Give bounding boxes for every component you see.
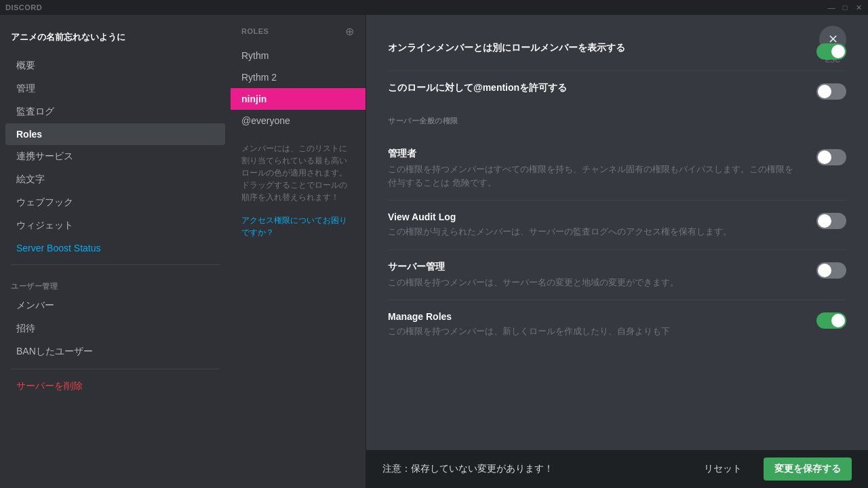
top-toggles: オンラインメンバーとは別にロールメンバーを表示する このロールに対して@ment… [388, 31, 846, 116]
sidebar-divider-2 [11, 369, 220, 369]
manage-server-toggle[interactable] [816, 262, 846, 279]
close-button[interactable]: ✕ [854, 3, 863, 12]
administrator-thumb [818, 150, 831, 164]
mention-name: このロールに対して@mentionを許可する [388, 82, 800, 94]
sidebar-item-webhooks[interactable]: ウェブフック [5, 191, 225, 214]
mention-track[interactable] [816, 83, 846, 100]
sidebar-item-overview[interactable]: 概要 [5, 54, 225, 77]
permission-administrator: 管理者 この権限を持つメンバーはすべての権限を持ち、チャンネル固有の権限もバイパ… [388, 137, 846, 201]
online-members-info: オンラインメンバーとは別にロールメンバーを表示する [388, 42, 816, 57]
roles-description: メンバーには、このリストに割り当てられている最も高いロールの色が適用されます。ド… [231, 131, 366, 214]
online-members-name: オンラインメンバーとは別にロールメンバーを表示する [388, 42, 800, 54]
roles-help-link[interactable]: アクセス権限についてお困りですか？ [231, 214, 366, 239]
administrator-info: 管理者 この権限を持つメンバーはすべての権限を持ち、チャンネル固有の権限もバイパ… [388, 148, 816, 189]
manage-roles-desc: この権限を持つメンバーは、新しくロールを作成したり、自身よりも下 [388, 325, 800, 338]
manage-server-name: サーバー管理 [388, 261, 800, 273]
notification-bar: 注意：保存していない変更があります！ リセット 変更を保存する [366, 450, 868, 488]
sidebar-item-roles[interactable]: Roles [5, 123, 225, 145]
window-controls[interactable]: — □ ✕ [827, 3, 863, 12]
mention-toggle-item: このロールに対して@mentionを許可する [388, 71, 846, 110]
sidebar-item-widgets[interactable]: ウィジェット [5, 214, 225, 237]
manage-roles-name: Manage Roles [388, 311, 800, 322]
maximize-button[interactable]: □ [841, 3, 849, 12]
permission-audit-log: View Audit Log この権限が与えられたメンバーは、サーバーの監査ログ… [388, 201, 846, 250]
mention-toggle[interactable] [816, 83, 846, 100]
sidebar-item-invites[interactable]: 招待 [5, 317, 225, 340]
manage-roles-thumb [831, 314, 845, 327]
audit-log-info: View Audit Log この権限が与えられたメンバーは、サーバーの監査ログ… [388, 211, 816, 239]
minimize-button[interactable]: — [827, 3, 835, 12]
app-title: DISCORD [5, 3, 42, 12]
titlebar: DISCORD — □ ✕ [0, 0, 868, 15]
content-area: ✕ ESC オンラインメンバーとは別にロールメンバーを表示する [366, 15, 868, 488]
audit-log-desc: この権限が与えられたメンバーは、サーバーの監査ログへのアクセス権を保有します。 [388, 225, 800, 239]
audit-log-thumb [818, 214, 831, 228]
online-members-thumb [831, 45, 845, 58]
audit-log-track[interactable] [816, 213, 846, 229]
user-management-header: ユーザー管理 [0, 270, 231, 294]
role-item-rythm2[interactable]: Rythm 2 [231, 66, 366, 88]
manage-roles-toggle[interactable] [816, 312, 846, 329]
manage-roles-track[interactable] [816, 312, 846, 329]
administrator-desc: この権限を持つメンバーはすべての権限を持ち、チャンネル固有の権限もバイパスします… [388, 163, 800, 189]
sidebar-item-moderation[interactable]: 管理 [5, 77, 225, 100]
sidebar-item-boost-status[interactable]: Server Boost Status [5, 237, 225, 259]
sidebar-item-members[interactable]: メンバー [5, 294, 225, 317]
roles-header: ROLES ⊕ [231, 26, 366, 45]
sidebar-item-delete-server[interactable]: サーバーを削除 [5, 375, 225, 398]
audit-log-toggle[interactable] [816, 213, 846, 229]
sidebar: アニメの名前忘れないように 概要 管理 監査ログ Roles 連携サービス 絵文… [0, 15, 231, 488]
administrator-name: 管理者 [388, 148, 800, 160]
manage-server-info: サーバー管理 この権限を持つメンバーは、サーバー名の変更と地域の変更ができます。 [388, 261, 816, 289]
online-members-toggle-item: オンラインメンバーとは別にロールメンバーを表示する [388, 31, 846, 71]
manage-server-desc: この権限を持つメンバーは、サーバー名の変更と地域の変更ができます。 [388, 276, 800, 289]
notification-text: 注意：保存していない変更があります！ [382, 463, 682, 475]
role-item-everyone[interactable]: @everyone [231, 110, 366, 131]
roles-panel: ROLES ⊕ Rythm Rythm 2 ninjin @everyone メ… [231, 15, 366, 488]
mention-thumb [818, 85, 831, 98]
permission-manage-server: サーバー管理 この権限を持つメンバーは、サーバー名の変更と地域の変更ができます。 [388, 250, 846, 301]
permission-manage-roles: Manage Roles この権限を持つメンバーは、新しくロールを作成したり、自… [388, 300, 846, 349]
reset-button[interactable]: リセット [693, 458, 753, 481]
online-members-track[interactable] [816, 43, 846, 60]
role-item-rythm[interactable]: Rythm [231, 45, 366, 66]
section-header: サーバー全般の権限 [388, 116, 846, 126]
audit-log-name: View Audit Log [388, 211, 800, 222]
sidebar-item-integrations[interactable]: 連携サービス [5, 145, 225, 168]
sidebar-item-audit-log[interactable]: 監査ログ [5, 100, 225, 123]
server-name: アニメの名前忘れないように [0, 26, 231, 54]
roles-title: ROLES [241, 27, 269, 35]
sidebar-divider-1 [11, 264, 220, 265]
online-members-toggle[interactable] [816, 43, 846, 60]
main-layout: アニメの名前忘れないように 概要 管理 監査ログ Roles 連携サービス 絵文… [0, 15, 868, 488]
manage-server-track[interactable] [816, 262, 846, 279]
sidebar-item-emoji[interactable]: 絵文字 [5, 168, 225, 191]
mention-info: このロールに対して@mentionを許可する [388, 82, 816, 97]
administrator-toggle[interactable] [816, 149, 846, 165]
administrator-track[interactable] [816, 149, 846, 165]
manage-roles-info: Manage Roles この権限を持つメンバーは、新しくロールを作成したり、自… [388, 311, 816, 338]
add-role-button[interactable]: ⊕ [344, 26, 355, 37]
save-button[interactable]: 変更を保存する [764, 458, 852, 481]
content-inner: ✕ ESC オンラインメンバーとは別にロールメンバーを表示する [366, 15, 868, 365]
sidebar-item-banned[interactable]: BANしたユーザー [5, 340, 225, 363]
role-item-ninjin[interactable]: ninjin [231, 88, 366, 110]
manage-server-thumb [818, 264, 831, 277]
